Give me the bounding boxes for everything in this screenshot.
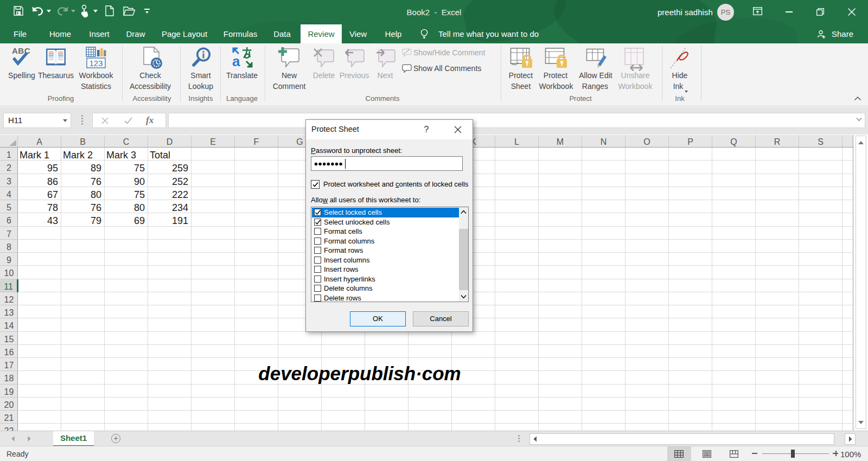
svg-text:a: a xyxy=(232,53,240,68)
svg-text:123: 123 xyxy=(89,59,103,68)
